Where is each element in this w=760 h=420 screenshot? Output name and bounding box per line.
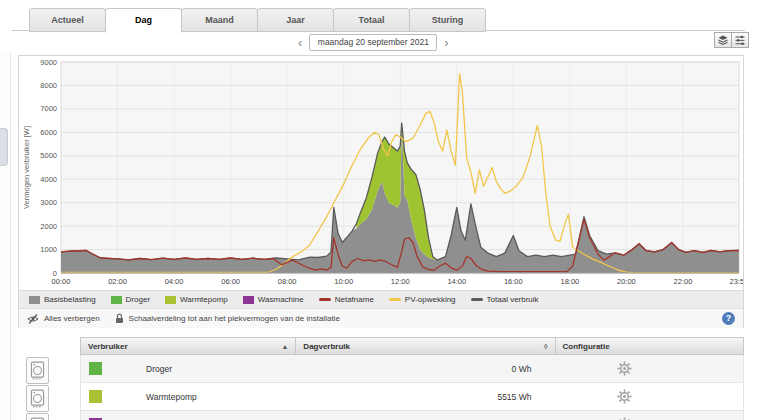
legend-item-droger[interactable]: Droger	[111, 295, 150, 304]
day-consumption-value: 5515 Wh	[296, 392, 555, 402]
sliders-icon	[734, 34, 746, 46]
legend-label: Warmtepomp	[180, 295, 228, 304]
tab-actueel[interactable]: Actueel	[29, 8, 106, 32]
legend-item-pv-opwekking[interactable]: PV-opwekking	[389, 295, 456, 304]
hide-all-link[interactable]: Alles verbergen	[44, 314, 100, 323]
y-tick-label: 7000	[40, 104, 57, 113]
prev-day-button[interactable]: ‹	[298, 35, 302, 51]
x-tick-label: 14:00	[447, 277, 466, 286]
legend-label: Basisbelasting	[44, 295, 96, 304]
y-tick-label: 4000	[40, 175, 57, 184]
y-tick-label: 1000	[40, 245, 57, 254]
chart-toolbar	[715, 32, 749, 48]
tab-sturing[interactable]: Sturing	[409, 8, 486, 32]
tab-jaar[interactable]: Jaar	[257, 8, 334, 32]
column-label: Configuratie	[563, 342, 610, 351]
x-tick-label: 10:00	[334, 277, 353, 286]
chart-footer: Alles verbergen Schaalverdeling tot aan …	[19, 308, 743, 328]
x-tick-label: 06:00	[221, 277, 240, 286]
view-tabs: ActueelDagMaandJaarTotaalSturing	[30, 8, 486, 33]
appliance-icon-box	[26, 385, 49, 412]
consumer-cell: Droger	[81, 362, 296, 375]
configuration-cell	[555, 361, 743, 376]
legend-swatch	[111, 296, 122, 304]
chart-panel: 00:0002:0004:0006:0008:0010:0012:0014:00…	[18, 55, 744, 328]
consumer-name: Warmtepomp	[146, 392, 197, 402]
gear-icon	[617, 361, 632, 376]
x-tick-label: 18:00	[560, 277, 579, 286]
configuration-cell	[555, 389, 743, 404]
legend-swatch	[389, 298, 401, 301]
x-tick-label: 02:00	[108, 277, 127, 286]
gear-icon	[617, 389, 632, 404]
sort-asc-icon: ▲	[281, 343, 288, 350]
y-tick-label: 2000	[40, 222, 57, 231]
appliance-icon-box	[26, 413, 49, 420]
x-tick-label: 04:00	[165, 277, 184, 286]
date-navigation: ‹ maandag 20 september 2021 ›	[298, 34, 449, 51]
table-row-wasmachine[interactable]: Wasmachine0 Wh	[80, 411, 744, 420]
table-row-warmtepomp[interactable]: Warmtepomp5515 Wh	[80, 383, 744, 411]
chart-options-button[interactable]	[731, 32, 749, 48]
washing-machine-icon	[30, 361, 45, 380]
sidebar-collapse-handle[interactable]	[0, 128, 8, 166]
y-tick-label: 6000	[40, 128, 57, 137]
configure-button[interactable]	[617, 361, 632, 376]
hide-all-icon	[27, 314, 39, 324]
washing-machine-icon	[30, 417, 45, 420]
table-header: Verbruiker ▲ Dagverbruik ◊ Configuratie	[80, 337, 744, 355]
next-day-button[interactable]: ›	[444, 35, 448, 51]
x-tick-label: 08:00	[278, 277, 297, 286]
legend-swatch	[165, 296, 176, 304]
consumer-color-swatch	[89, 390, 102, 403]
consumer-name: Droger	[146, 364, 172, 374]
tab-maand[interactable]: Maand	[181, 8, 258, 32]
x-tick-label: 20:00	[617, 277, 636, 286]
x-tick-label: 00:00	[52, 277, 71, 286]
legend-label: Netafname	[335, 295, 374, 304]
column-header-verbruiker[interactable]: Verbruiker ▲	[81, 338, 296, 354]
legend-item-totaal-verbruik[interactable]: Totaal verbruik	[471, 295, 539, 304]
consumer-cell: Warmtepomp	[81, 390, 296, 403]
legend-label: Wasmachine	[258, 295, 304, 304]
scale-note: Schaalverdeling tot aan het piekvermogen…	[129, 314, 340, 323]
help-icon[interactable]: ?	[722, 312, 735, 325]
legend-swatch	[243, 296, 254, 304]
chart-layers-button[interactable]	[714, 32, 732, 48]
column-label: Dagverbruik	[303, 342, 350, 351]
y-tick-label: 0	[53, 269, 57, 278]
sort-icon: ◊	[544, 343, 547, 350]
legend-swatch	[29, 296, 40, 304]
legend-swatch	[319, 298, 331, 301]
configure-button[interactable]	[617, 389, 632, 404]
tab-totaal[interactable]: Totaal	[333, 8, 410, 32]
legend-swatch	[471, 298, 483, 301]
table-body: Droger0 WhWarmtepomp5515 WhWasmachine0 W…	[80, 355, 744, 420]
consumer-color-swatch	[89, 362, 102, 375]
date-display[interactable]: maandag 20 september 2021	[309, 34, 437, 51]
day-consumption-value: 0 Wh	[296, 364, 555, 374]
legend-label: PV-opwekking	[405, 295, 456, 304]
legend-item-warmtepomp[interactable]: Warmtepomp	[165, 295, 228, 304]
chart-legend: BasisbelastingDrogerWarmtepompWasmachine…	[19, 290, 743, 308]
column-header-configuratie: Configuratie	[556, 338, 743, 354]
lock-icon	[115, 313, 124, 324]
x-tick-label: 16:00	[504, 277, 523, 286]
legend-item-basisbelasting[interactable]: Basisbelasting	[29, 295, 96, 304]
appliance-icon-box	[26, 357, 49, 384]
y-tick-label: 9000	[40, 58, 57, 67]
legend-item-netafname[interactable]: Netafname	[319, 295, 374, 304]
table-row-droger[interactable]: Droger0 Wh	[80, 355, 744, 383]
tab-dag[interactable]: Dag	[105, 8, 182, 33]
left-rail	[0, 52, 11, 420]
y-tick-label: 3000	[40, 198, 57, 207]
column-header-dagverbruik[interactable]: Dagverbruik ◊	[296, 338, 555, 354]
column-label: Verbruiker	[88, 342, 128, 351]
y-tick-label: 8000	[40, 81, 57, 90]
layers-icon	[717, 34, 729, 46]
day-power-chart[interactable]: 00:0002:0004:0006:0008:0010:0012:0014:00…	[19, 56, 743, 290]
y-tick-label: 5000	[40, 151, 57, 160]
y-axis-label: Vermogen verbruiker [W]	[22, 126, 31, 209]
legend-item-wasmachine[interactable]: Wasmachine	[243, 295, 304, 304]
legend-label: Totaal verbruik	[487, 295, 539, 304]
